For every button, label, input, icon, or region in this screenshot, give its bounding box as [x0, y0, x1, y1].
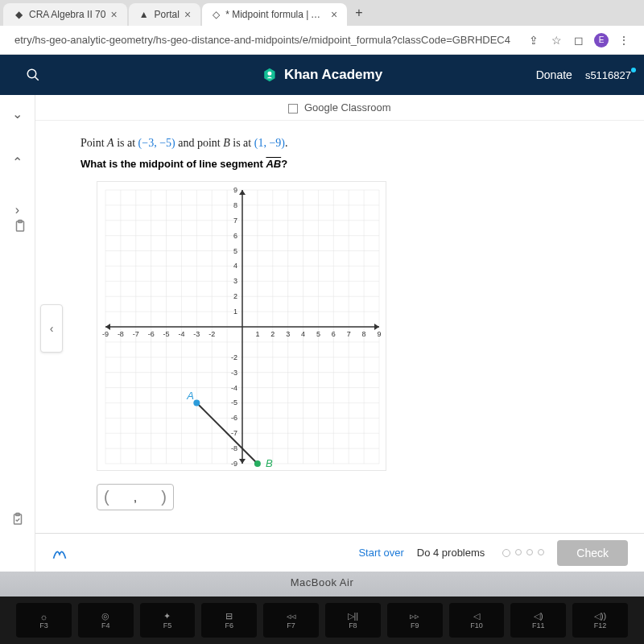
brand[interactable]: Khan Academy — [262, 67, 382, 83]
svg-text:8: 8 — [233, 201, 237, 209]
collapse-button[interactable]: ‹ — [40, 304, 63, 353]
keyboard-key: ☼F3 — [16, 603, 72, 638]
search-icon[interactable] — [26, 68, 40, 82]
progress-dot — [538, 549, 544, 555]
star-icon[interactable]: ☆ — [549, 33, 564, 47]
answer-input-row: ( , ) — [97, 484, 506, 510]
svg-text:-6: -6 — [231, 414, 237, 422]
keyboard-key: ✦F5 — [140, 603, 196, 638]
donate-link[interactable]: Donate — [536, 68, 572, 81]
svg-text:-7: -7 — [231, 429, 237, 437]
keyboard-key: ⊟F6 — [201, 603, 257, 638]
question-text: What is the midpoint of line segment AB? — [80, 158, 506, 170]
svg-text:8: 8 — [362, 330, 366, 338]
svg-text:-9: -9 — [102, 330, 109, 338]
tab-title: Portal — [155, 9, 180, 20]
chevron-down-icon[interactable]: ⌄ — [6, 101, 30, 126]
svg-text:-9: -9 — [231, 460, 237, 468]
keyboard: ☼F3◎F4✦F5⊟F6◃◃F7▷||F8▹▹F9◁F10◁)F11◁))F12 — [0, 597, 644, 644]
svg-point-81 — [193, 399, 200, 406]
tab-bar: ◆ CRA Algebra II 70 × ▲ Portal × ◇ * Mid… — [0, 0, 644, 26]
svg-text:-4: -4 — [231, 384, 237, 392]
progress-dot — [515, 549, 522, 555]
svg-text:6: 6 — [332, 330, 336, 338]
answer-x-input[interactable] — [109, 489, 130, 506]
gc-label: Google Classroom — [304, 101, 391, 114]
google-classroom-row[interactable]: Google Classroom — [35, 95, 644, 121]
svg-text:9: 9 — [377, 330, 381, 338]
svg-text:5: 5 — [316, 330, 320, 338]
browser-tab[interactable]: ▲ Portal × — [129, 3, 201, 26]
tab-favicon-icon: ◆ — [13, 9, 24, 20]
progress-dots — [502, 549, 544, 557]
keyboard-key: ▹▹F9 — [387, 603, 443, 638]
menu-icon[interactable]: ⋮ — [617, 33, 631, 47]
svg-text:2: 2 — [270, 330, 275, 338]
svg-text:-4: -4 — [178, 330, 184, 338]
streak-icon[interactable] — [52, 545, 68, 561]
brand-icon — [262, 67, 278, 83]
brand-text: Khan Academy — [284, 67, 382, 83]
tab-favicon-icon: ◇ — [212, 9, 221, 20]
close-icon[interactable]: × — [331, 8, 337, 21]
browser-tab[interactable]: ◆ CRA Algebra II 70 × — [3, 3, 127, 26]
extension-icon[interactable]: ◻ — [572, 33, 586, 47]
svg-text:-5: -5 — [163, 330, 170, 338]
clipboard-check-icon[interactable] — [6, 507, 30, 531]
close-icon[interactable]: × — [110, 8, 117, 21]
share-icon[interactable]: ⇪ — [526, 33, 541, 47]
tab-title: * Midpoint formula | Analytic g — [225, 9, 326, 20]
answer-y-input[interactable] — [140, 489, 161, 506]
bottom-bar: Start over Do 4 problems Check — [35, 533, 644, 572]
svg-point-83 — [254, 460, 261, 467]
svg-text:9: 9 — [233, 186, 237, 194]
tab-title: CRA Algebra II 70 — [29, 9, 105, 20]
points-badge[interactable]: s5116827 — [585, 69, 631, 81]
svg-line-1 — [35, 76, 39, 80]
svg-text:1: 1 — [255, 330, 259, 338]
keyboard-key: ◃◃F7 — [263, 603, 319, 638]
laptop-bezel: MacBook Air ☼F3◎F4✦F5⊟F6◃◃F7▷||F8▹▹F9◁F1… — [0, 572, 644, 644]
svg-text:4: 4 — [301, 330, 305, 338]
problem-statement: Point A is at (−3, −5) and point B is at… — [80, 137, 506, 150]
keyboard-key: ◁))F12 — [572, 603, 628, 638]
profile-badge[interactable]: E — [594, 33, 609, 47]
paren-open: ( — [104, 488, 109, 506]
do-problems-label: Do 4 problems — [417, 547, 485, 559]
paren-close: ) — [161, 488, 167, 506]
svg-text:5: 5 — [233, 247, 237, 255]
left-rail: ⌄ ⌃ › — [0, 95, 35, 644]
svg-text:-5: -5 — [231, 398, 237, 407]
svg-text:-8: -8 — [231, 444, 237, 452]
progress-dot — [526, 549, 533, 555]
answer-comma: , — [134, 490, 137, 505]
laptop-label: MacBook Air — [291, 576, 353, 588]
svg-text:2: 2 — [233, 292, 237, 300]
svg-text:-3: -3 — [193, 330, 200, 338]
close-icon[interactable]: × — [184, 8, 191, 21]
svg-text:4: 4 — [233, 262, 237, 270]
svg-text:1: 1 — [233, 308, 237, 316]
progress-dot — [502, 549, 510, 557]
svg-text:7: 7 — [347, 330, 351, 338]
clipboard-icon[interactable] — [8, 214, 32, 238]
browser-tab-active[interactable]: ◇ * Midpoint formula | Analytic g × — [202, 3, 347, 26]
svg-point-0 — [27, 69, 36, 78]
svg-text:A: A — [186, 390, 194, 402]
keyboard-key: ◁)F11 — [510, 603, 566, 638]
tab-favicon-icon: ▲ — [138, 9, 150, 20]
check-button[interactable]: Check — [557, 540, 628, 566]
coordinate-graph[interactable]: -9-8-7-6-5-4-3-2123456789-9-8-7-6-5-4-3-… — [97, 181, 386, 471]
keyboard-key: ▷||F8 — [325, 603, 381, 638]
new-tab-button[interactable]: + — [349, 2, 369, 23]
svg-text:-3: -3 — [231, 369, 237, 377]
keyboard-key: ◁F10 — [449, 603, 505, 638]
gc-icon — [288, 104, 298, 114]
start-over-button[interactable]: Start over — [358, 547, 403, 559]
svg-text:B: B — [266, 457, 273, 469]
browser-chrome: ◆ CRA Algebra II 70 × ▲ Portal × ◇ * Mid… — [0, 0, 644, 55]
svg-text:-2: -2 — [231, 353, 237, 361]
svg-text:-6: -6 — [148, 330, 155, 338]
chevron-up-icon[interactable]: ⌃ — [6, 150, 30, 174]
url-bar[interactable]: etry/hs-geo-analytic-geometry/hs-geo-dis… — [6, 29, 520, 51]
